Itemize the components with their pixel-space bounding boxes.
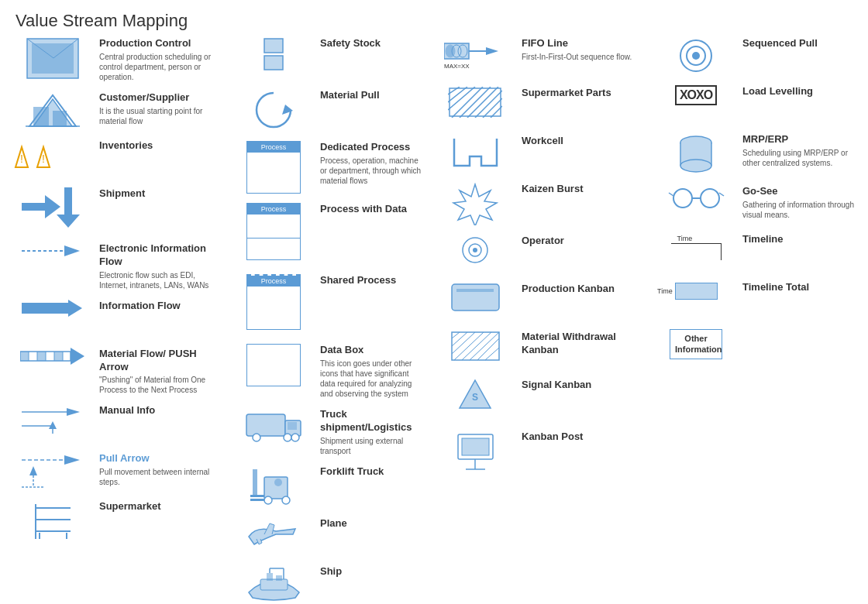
fifo-line-icon: MAX=XX [436,37,514,77]
operator-icon [436,235,514,266]
shipment-icon [14,187,91,230]
production-control-icon [14,37,91,80]
item-customer-supplier: Customer/Supplier It is the usual starti… [14,91,222,130]
item-load-levelling: XOXO Load Levelling [657,85,854,124]
svg-point-106 [692,52,700,60]
item-ship: Ship [235,565,424,604]
svg-text:!: ! [20,153,23,165]
material-pull-title: Material Pull [320,89,424,102]
plane-text: Plane [320,517,424,530]
column-2: Safety Stock Material Pull Process [229,37,430,604]
svg-line-94 [462,332,491,360]
timeline-text: Timeline [742,233,854,246]
svg-marker-32 [49,421,57,429]
svg-point-59 [274,479,282,486]
svg-line-75 [448,87,467,102]
item-timeline: Time Timeline [657,233,854,272]
item-material-withdrawal-kanban: Material Withdrawal Kanban [436,331,645,369]
item-mrp-erp: MRP/ERP Scheduling using MRP/ERP or othe… [657,133,854,176]
kanban-post-title: Kanban Post [522,431,645,444]
safety-stock-text: Safety Stock [320,37,424,50]
material-withdrawal-kanban-icon [436,331,514,362]
fifo-line-desc: First-In-First-Out sequence flow. [522,52,645,62]
go-see-desc: Gathering of information through visual … [742,200,854,220]
electronic-info-text: Electronic Information Flow Electronic f… [99,242,222,290]
plane-icon [235,517,312,552]
manual-info-icon [14,404,91,435]
timeline-total-rect [675,283,718,300]
material-withdrawal-kanban-text: Material Withdrawal Kanban [522,331,645,357]
svg-line-115 [669,193,673,196]
ship-title: Ship [320,565,424,578]
material-flow-push-text: Material Flow/ PUSH Arrow "Pushing" of M… [99,348,222,396]
item-data-box: Data Box This icon goes under other icon… [235,344,424,399]
pull-arrow-title: Pull Arrow [99,452,222,465]
timeline-shape [671,243,722,260]
svg-line-97 [485,348,499,360]
item-plane: Plane [235,517,424,556]
item-operator: Operator [436,235,645,273]
item-truck-shipment: Truck shipment/Logistics Shipment using … [235,408,424,456]
svg-marker-17 [22,300,82,317]
shared-process-body [247,287,300,329]
item-material-pull: Material Pull [235,89,424,132]
item-forklift-truck: Forklift Truck [235,465,424,508]
svg-text:MAX=XX: MAX=XX [444,63,470,70]
svg-marker-14 [57,187,80,228]
sequenced-pull-icon [657,37,735,74]
production-control-title: Production Control [99,37,222,50]
material-pull-text: Material Pull [320,89,424,102]
go-see-title: Go-See [742,185,854,198]
svg-marker-71 [486,47,498,55]
dedicated-process-box: Process [246,141,301,194]
safety-stock-icon [235,37,312,80]
information-flow-icon [14,300,91,317]
process-with-data-upper [247,214,300,238]
inventories-icon: ! ! [14,139,91,172]
pull-arrow-icon [14,452,91,491]
svg-rect-25 [37,352,46,361]
svg-point-50 [253,434,260,441]
xoxo-label: XOXO [675,85,717,105]
load-levelling-title: Load Levelling [742,85,854,98]
process-with-data-box: Process [246,203,301,260]
signal-kanban-icon: S [436,379,514,421]
svg-rect-7 [33,107,49,126]
workcell-icon [436,135,514,170]
signal-kanban-title: Signal Kanban [522,379,645,392]
svg-line-79 [467,87,498,118]
svg-rect-44 [264,39,283,53]
data-box-title: Data Box [320,344,424,357]
truck-shipment-icon [235,408,312,443]
svg-rect-55 [250,495,264,497]
dedicated-process-header: Process [247,142,300,153]
material-flow-push-title: Material Flow/ PUSH Arrow [99,348,222,374]
shared-process-box: Process [246,274,301,330]
kaizen-burst-title: Kaizen Burst [522,183,645,196]
page-title: Value Stream Mapping [0,0,868,37]
ship-icon [235,565,312,604]
item-information-flow: Information Flow [14,300,222,338]
svg-rect-56 [250,499,264,501]
svg-rect-1 [32,43,74,74]
electronic-info-icon [14,242,91,259]
svg-point-57 [264,496,272,504]
item-shared-process: Process Shared Process [235,274,424,330]
forklift-truck-title: Forklift Truck [320,465,424,479]
supermarket-icon [14,500,91,543]
customer-supplier-icon [14,91,91,130]
svg-line-80 [475,91,502,118]
svg-marker-13 [22,195,60,218]
information-flow-title: Information Flow [99,300,222,313]
pull-arrow-text: Pull Arrow Pull movement between interna… [99,452,222,487]
item-other-information: Other Information [657,329,854,368]
process-with-data-lower [247,238,300,259]
data-box-desc: This icon goes under other icons that ha… [320,359,424,399]
svg-rect-103 [462,438,489,455]
kanban-post-text: Kanban Post [522,431,645,444]
other-info-box: Other Information [670,329,722,359]
svg-rect-87 [452,284,499,311]
kaizen-burst-icon [436,183,514,225]
supermarket-parts-text: Supermarket Parts [522,87,645,100]
svg-marker-16 [64,245,80,256]
